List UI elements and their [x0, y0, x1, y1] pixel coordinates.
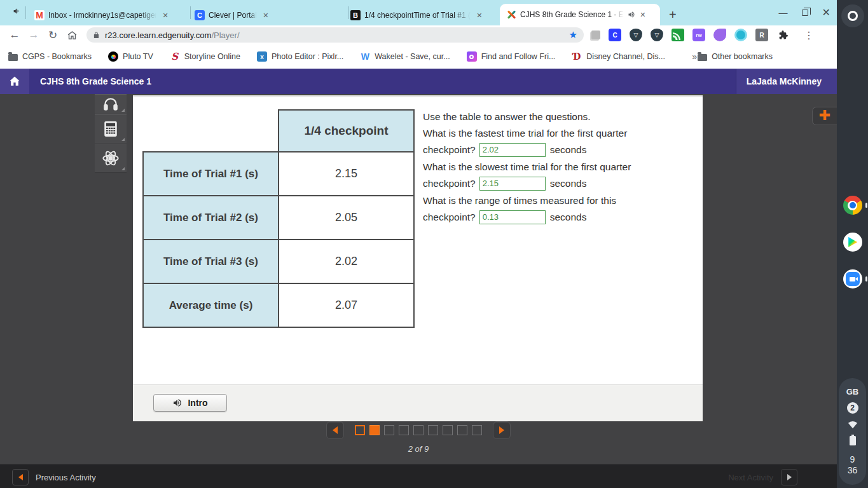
bookmark-label: Storyline Online [184, 52, 240, 61]
running-indicator [865, 203, 867, 208]
unit-label: seconds [550, 142, 587, 158]
home-icon[interactable] [62, 30, 81, 41]
purple-extension-icon[interactable] [713, 29, 726, 41]
previous-activity-button[interactable] [12, 469, 29, 485]
tab-title: CJHS 8th Grade Science 1 - E [520, 10, 624, 19]
plus-icon: ✚ [819, 109, 830, 122]
slide-indicator-4[interactable] [399, 425, 409, 435]
chrome-app-icon[interactable] [843, 196, 862, 215]
address-bar[interactable]: r23.core.learn.edgenuity.com/Player/ ★ [86, 27, 584, 43]
slide-pager [0, 421, 837, 439]
status-tray[interactable]: GB 2 936 [839, 378, 866, 485]
previous-slide-button[interactable] [326, 421, 344, 439]
bookmark-cgps[interactable]: CGPS - Bookmarks [8, 51, 92, 62]
bookmark-storyline[interactable]: SStoryline Online [170, 51, 240, 62]
browser-window: M Inbox - lrmckinney1s@capetigers ✕ C Cl… [0, 0, 837, 488]
bookmark-pixlr[interactable]: xPhoto Editor : Pixlr... [257, 51, 343, 62]
gmail-icon: M [34, 10, 45, 20]
tab-checkpoint[interactable]: B 1/4 checkpointTime of Trial #1 ( ✕ [344, 5, 500, 25]
chrome-menu-icon[interactable]: ⋮ [804, 29, 814, 41]
bookmark-disney[interactable]: ƊDisney Channel, Dis... [572, 51, 665, 62]
slide-indicator-2[interactable] [369, 425, 380, 435]
close-tab-icon[interactable]: ✕ [638, 10, 648, 20]
clever-extension-icon[interactable]: C [609, 29, 621, 41]
question-text: checkpoint? [423, 176, 476, 191]
zoom-app-icon[interactable] [843, 269, 862, 288]
answer-input-fastest[interactable] [479, 143, 546, 157]
intro-button[interactable]: Intro [153, 394, 227, 412]
content-footer: Intro [133, 384, 703, 421]
answer-input-range[interactable] [479, 210, 546, 224]
close-window-icon[interactable]: ✕ [822, 6, 830, 18]
slide-indicator-7[interactable] [443, 425, 453, 435]
science-tool-button[interactable] [95, 144, 127, 173]
brainly-icon: B [350, 10, 361, 20]
global-media-icon[interactable] [13, 7, 21, 15]
question-3: What is the range of times measured for … [423, 193, 671, 226]
launcher-button[interactable] [841, 4, 864, 27]
calculator-tool-button[interactable] [95, 114, 127, 144]
shield-extension-icon[interactable]: ▽ [651, 29, 663, 41]
close-tab-icon[interactable]: ✕ [160, 10, 170, 20]
tab-clever[interactable]: C Clever | Portal ✕ [188, 5, 344, 25]
slide-indicators [355, 425, 482, 435]
wifi-icon [847, 419, 858, 429]
next-activity-button[interactable] [781, 469, 797, 485]
tab-gmail[interactable]: M Inbox - lrmckinney1s@capetigers ✕ [28, 5, 188, 25]
read-write-extension-icon[interactable]: rw [692, 29, 705, 41]
row-value: 2.15 [279, 152, 414, 196]
row-label: Time of Trial #1 (s) [143, 152, 279, 196]
home-button[interactable] [0, 69, 29, 94]
next-slide-button[interactable] [493, 421, 511, 439]
slide-indicator-8[interactable] [457, 425, 467, 435]
toolbar-flyout-tab[interactable]: ✚ [812, 107, 837, 125]
bookmark-label: Disney Channel, Dis... [586, 52, 665, 61]
bookmarks-overflow-icon[interactable]: » [692, 51, 697, 62]
back-icon[interactable]: ← [5, 29, 24, 41]
tab-audio-icon[interactable] [628, 11, 635, 18]
question-2: What is the slowest time trial for the f… [423, 159, 671, 192]
bookmark-find-follow[interactable]: Find and Follow Fri... [467, 51, 556, 62]
shield-extension-icon[interactable]: ▽ [630, 29, 642, 41]
url-text: r23.core.learn.edgenuity.com/Player/ [105, 30, 569, 40]
teal-extension-icon[interactable] [734, 29, 747, 41]
r-extension-icon[interactable]: R [755, 29, 768, 41]
course-title: CJHS 8th Grade Science 1 [40, 76, 151, 86]
bookmark-label: Pluto TV [123, 52, 153, 61]
bookmark-star-icon[interactable]: ★ [569, 29, 577, 41]
cast-extension-icon[interactable] [672, 29, 684, 41]
forward-icon[interactable]: → [24, 29, 43, 41]
new-tab-button[interactable]: + [669, 9, 677, 20]
table-row: Average time (s) 2.07 [143, 283, 414, 327]
restore-icon[interactable] [802, 10, 808, 16]
extensions-row: C ▽ ▽ rw R ⋮ [591, 29, 814, 41]
extensions-puzzle-icon[interactable] [776, 29, 789, 41]
question-text: What is the slowest time trial for the f… [423, 159, 671, 175]
other-bookmarks[interactable]: Other bookmarks [697, 51, 773, 62]
tab-edgenuity-active[interactable]: CJHS 8th Grade Science 1 - E ✕ [500, 4, 660, 25]
slide-indicator-9[interactable] [472, 425, 482, 435]
close-tab-icon[interactable]: ✕ [261, 10, 271, 20]
tab-title: Clever | Portal [209, 11, 257, 20]
slide-indicator-3[interactable] [384, 425, 394, 435]
user-section[interactable]: LaJada McKinney [736, 69, 837, 94]
answer-input-slowest[interactable] [479, 177, 546, 191]
running-indicator [865, 276, 867, 281]
close-tab-icon[interactable]: ✕ [474, 10, 485, 20]
slide-indicator-1[interactable] [355, 425, 365, 435]
row-value: 2.02 [279, 240, 414, 283]
table-row: Time of Trial #1 (s) 2.15 [143, 152, 414, 196]
bookmark-label: Wakelet - Save, cur... [375, 52, 450, 61]
bookmark-pluto-tv[interactable]: Pluto TV [108, 51, 153, 62]
slide-indicator-6[interactable] [428, 425, 438, 435]
audio-tool-button[interactable] [95, 94, 127, 114]
bookmark-wakelet[interactable]: WWakelet - Save, cur... [360, 51, 450, 62]
minimize-icon[interactable]: — [779, 8, 788, 18]
notification-badge: 2 [847, 402, 858, 414]
next-activity-label: Next Activity [728, 473, 773, 482]
copy-extension-icon[interactable] [591, 30, 600, 39]
find-follow-icon [467, 51, 477, 62]
reload-icon[interactable]: ↻ [43, 29, 62, 42]
slide-indicator-5[interactable] [413, 425, 424, 435]
play-store-app-icon[interactable] [843, 233, 862, 252]
